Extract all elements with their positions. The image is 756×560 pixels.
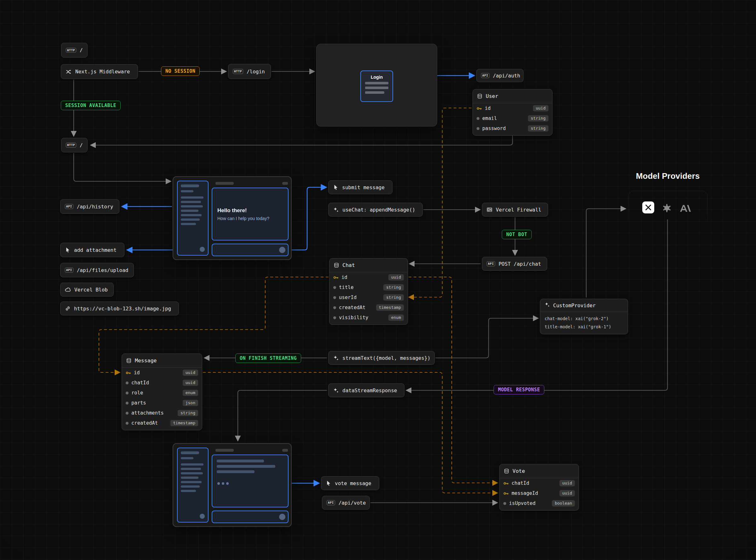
field-dot-icon bbox=[503, 502, 506, 505]
chat-sidebar bbox=[177, 447, 209, 522]
chat-model-config: chat-model: xai("grok-2") bbox=[545, 315, 623, 323]
chat-sidebar bbox=[177, 181, 209, 256]
sidebar-skeleton-line bbox=[181, 481, 201, 483]
field-name: isUpvoted bbox=[509, 500, 536, 506]
title-model-config: title-model: xai("grok-1") bbox=[545, 323, 623, 331]
firewall-icon bbox=[487, 207, 492, 213]
message-skeleton-line bbox=[217, 465, 275, 468]
field-type: enum bbox=[388, 315, 404, 321]
avatar bbox=[200, 514, 205, 519]
form-skeleton-line bbox=[365, 82, 388, 84]
database-icon bbox=[334, 262, 339, 268]
table-chat: Chat id uuid title string userId string … bbox=[329, 258, 408, 325]
table-vote: Vote chatId uuid messageId uuid isUpvote… bbox=[499, 464, 579, 511]
sidebar-skeleton-line bbox=[181, 196, 203, 199]
field-name: parts bbox=[131, 400, 146, 406]
node-api-history: API /api/history bbox=[60, 199, 119, 214]
database-icon bbox=[477, 94, 483, 99]
field-type: string bbox=[528, 115, 548, 122]
relation-chatid-to-votechatid bbox=[409, 277, 497, 483]
table-row: isUpvoted boolean bbox=[500, 498, 579, 508]
field-name: id bbox=[342, 275, 347, 280]
field-dot-icon bbox=[126, 402, 129, 404]
table-header: Chat bbox=[329, 258, 408, 272]
field-type: uuid bbox=[533, 105, 548, 112]
sidebar-skeleton-line bbox=[181, 223, 196, 225]
custom-provider-title: CustomProvider bbox=[553, 302, 596, 308]
field-name: title bbox=[339, 284, 354, 290]
xai-logo-icon bbox=[642, 201, 654, 214]
field-name: password bbox=[482, 126, 506, 131]
node-post-api-chat: API POST /api/chat bbox=[482, 257, 547, 271]
node-http-root-main: HTTP / bbox=[61, 138, 88, 152]
node-usechat: useChat: appendMessage() bbox=[328, 203, 423, 217]
field-name: messageId bbox=[511, 491, 538, 496]
field-type: uuid bbox=[388, 274, 404, 281]
node-label: /api/files/upload bbox=[77, 267, 129, 273]
api-icon: API bbox=[65, 267, 73, 273]
field-type: timestamp bbox=[170, 420, 198, 426]
login-screen-mock: Login bbox=[316, 44, 437, 126]
badge-not-bot: NOT BOT bbox=[502, 230, 532, 239]
field-name: createdAt bbox=[339, 305, 365, 311]
node-label: streamText({model, messages}) bbox=[343, 355, 430, 361]
topbar-skeleton bbox=[215, 182, 234, 185]
database-icon bbox=[126, 358, 132, 364]
field-name: visibility bbox=[339, 315, 368, 320]
cursor-icon bbox=[326, 480, 331, 486]
key-icon bbox=[503, 491, 509, 496]
sidebar-skeleton-line bbox=[181, 218, 200, 221]
typing-dot bbox=[217, 482, 220, 485]
node-api-auth: API /api/auth bbox=[476, 69, 524, 82]
typing-dot bbox=[222, 482, 224, 485]
send-button-mock bbox=[279, 247, 285, 253]
sidebar-skeleton-line bbox=[181, 209, 198, 212]
node-datastream-response: dataStreamResponse bbox=[328, 383, 405, 397]
field-name: attachments bbox=[131, 410, 164, 416]
node-label: / bbox=[80, 142, 83, 148]
field-type: uuid bbox=[559, 480, 575, 487]
send-button-mock bbox=[279, 514, 285, 520]
badge-model-response: MODEL RESPONSE bbox=[493, 385, 544, 395]
table-row: attachments string bbox=[122, 408, 202, 418]
model-providers-title: Model Providers bbox=[617, 171, 718, 181]
field-dot-icon bbox=[126, 381, 129, 384]
http-icon: HTTP bbox=[66, 48, 76, 53]
table-header: User bbox=[473, 89, 552, 103]
table-row: createdAt timestamp bbox=[122, 418, 202, 428]
edge-streamtext-to-customprovider bbox=[435, 318, 537, 358]
field-type: boolean bbox=[552, 500, 575, 507]
node-api-vote: API /api/vote bbox=[322, 496, 370, 509]
sidebar-skeleton-line bbox=[181, 468, 201, 470]
sidebar-skeleton-line bbox=[181, 463, 203, 465]
field-name: email bbox=[482, 116, 497, 121]
node-label: add attachment bbox=[74, 247, 117, 253]
table-row: id uuid bbox=[122, 368, 202, 378]
node-label: vote message bbox=[335, 480, 371, 486]
chat-input-mock bbox=[212, 511, 289, 523]
field-name: id bbox=[485, 105, 491, 111]
avatar bbox=[200, 247, 205, 252]
chat-messages-panel bbox=[212, 455, 289, 507]
field-dot-icon bbox=[126, 422, 129, 425]
field-dot-icon bbox=[126, 412, 129, 415]
anthropic-logo-icon bbox=[680, 204, 691, 213]
table-title: Message bbox=[135, 358, 157, 364]
sidebar-skeleton-line bbox=[181, 205, 203, 207]
form-skeleton-line bbox=[365, 86, 388, 89]
sidebar-skeleton-line bbox=[181, 184, 199, 187]
api-icon: API bbox=[327, 500, 335, 505]
message-skeleton-line bbox=[217, 460, 264, 462]
table-header: Vote bbox=[500, 464, 579, 478]
login-button: Login bbox=[361, 75, 392, 80]
blob-cloud-icon bbox=[65, 287, 71, 293]
field-dot-icon bbox=[126, 392, 129, 395]
table-row: parts json bbox=[122, 398, 202, 408]
field-type: string bbox=[383, 284, 404, 291]
node-vote-message: vote message bbox=[321, 476, 379, 490]
node-login-route: HTTP /login bbox=[228, 64, 271, 79]
topbar-skeleton bbox=[215, 449, 234, 452]
sidebar-skeleton-line bbox=[181, 214, 201, 216]
field-name: createdAt bbox=[131, 420, 158, 426]
key-icon bbox=[126, 370, 131, 376]
